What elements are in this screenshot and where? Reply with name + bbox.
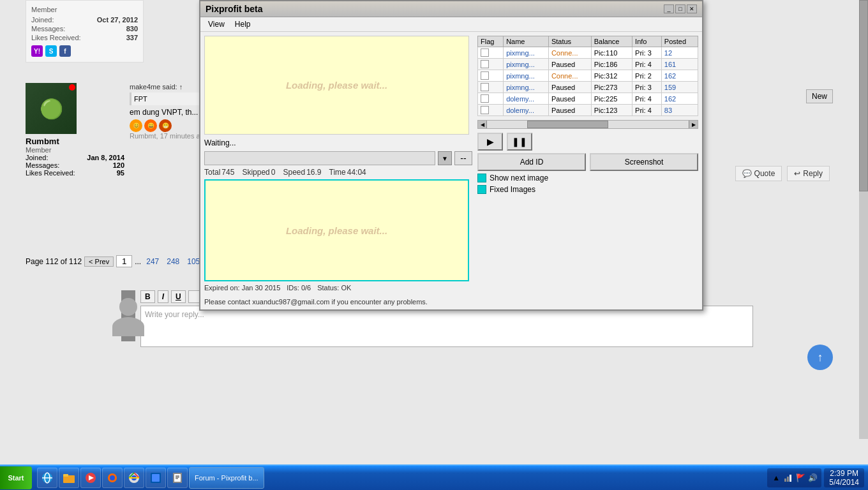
scrollbar-thumb[interactable] (859, 0, 868, 191)
post-timestamp: Rumbmt, 17 minutes a... (130, 132, 206, 140)
user1-role: Member (31, 6, 138, 13)
scrollbar-thumb[interactable] (527, 121, 608, 128)
italic-button[interactable]: I (158, 290, 168, 303)
tray-arrow[interactable]: ▲ (771, 473, 781, 483)
image-panel: Loading, please wait... Waiting... ▼ -- … (204, 36, 472, 306)
table-row: pixmng... Conne... Pic:110 Pri: 3 12 (478, 47, 698, 59)
flag-checkbox[interactable] (481, 71, 489, 80)
cell-posted: 162 (661, 70, 698, 82)
paint-icon[interactable] (146, 468, 166, 488)
progress-bar (204, 151, 435, 165)
user2-card: 🟢 Rumbmt Member Joined: Jan 8, 2014 Mess… (26, 83, 124, 177)
ie-icon[interactable] (37, 468, 57, 488)
add-id-button[interactable]: Add ID (477, 153, 586, 171)
screenshot-button[interactable]: Screenshot (590, 153, 698, 171)
system-clock[interactable]: 2:39 PM 5/4/2014 (824, 468, 864, 487)
quote-button[interactable]: 💬 Quote (735, 166, 782, 181)
table-body: pixmng... Conne... Pic:110 Pri: 3 12 pix… (478, 47, 698, 116)
folder-icon[interactable] (59, 468, 79, 488)
reaction-1[interactable]: 😊 (130, 119, 142, 132)
svg-rect-20 (789, 475, 791, 482)
cell-status: Conne... (548, 47, 591, 59)
horizontal-scrollbar[interactable]: ◀ ▶ (477, 120, 698, 129)
table-row: pixmng... Conne... Pic:312 Pri: 2 162 (478, 70, 698, 82)
flag-checkbox[interactable] (481, 83, 489, 91)
page-248-link[interactable]: 248 (164, 256, 182, 267)
cell-flag (478, 47, 504, 59)
waiting-row: Waiting... (204, 138, 472, 147)
col-posted: Posted (661, 36, 698, 47)
show-next-checkbox[interactable] (477, 174, 486, 182)
progress-dropdown[interactable]: ▼ (438, 151, 452, 165)
progress-container: ▼ -- (204, 151, 472, 165)
window-titlebar: Pixprofit beta _ □ ✕ (200, 1, 702, 17)
post-content: make4me said: ↑ FPT em dung VNPT, th... … (130, 83, 206, 177)
scroll-to-top-button[interactable]: ↑ (807, 345, 833, 370)
flag-checkbox[interactable] (481, 48, 489, 57)
table-panel: Flag Name Status Balance Info Posted pix… (477, 36, 698, 306)
page-247-link[interactable]: 247 (144, 256, 161, 267)
tray-flag[interactable]: 🚩 (795, 473, 805, 483)
chrome-icon[interactable] (124, 468, 144, 488)
quote-attribution: make4me said: ↑ (130, 83, 206, 91)
close-button[interactable]: ✕ (687, 4, 697, 13)
svg-rect-4 (63, 474, 68, 477)
table-row: pixmng... Paused Pic:273 Pri: 3 159 (478, 82, 698, 93)
cell-posted: 159 (661, 82, 698, 93)
flag-checkbox[interactable] (481, 60, 489, 68)
new-thread-button[interactable]: New (806, 89, 833, 103)
ids-text: IDs: 0/6 (287, 284, 311, 292)
cell-balance: Pic:123 (591, 105, 632, 116)
reader-icon[interactable] (167, 468, 188, 488)
cell-flag (478, 93, 504, 105)
flag-checkbox[interactable] (481, 106, 489, 114)
page-number-input[interactable] (116, 255, 132, 267)
main-image-viewer: Loading, please wait... (204, 36, 469, 135)
firefox-icon[interactable] (102, 468, 123, 488)
cell-posted: 161 (661, 59, 698, 70)
scroll-left-button[interactable]: ◀ (478, 121, 487, 128)
start-button[interactable]: Start (0, 466, 32, 489)
cell-posted: 12 (661, 47, 698, 59)
cell-info: Pri: 4 (632, 105, 662, 116)
menu-view[interactable]: View (203, 19, 230, 30)
reply-button[interactable]: ↩ Reply (787, 166, 830, 181)
tray-network[interactable] (783, 473, 793, 483)
reaction-2[interactable]: 😄 (144, 119, 157, 132)
reply-text-area[interactable]: Write your reply... (140, 306, 753, 347)
prev-page-button[interactable]: < Prev (84, 256, 114, 267)
svg-rect-12 (152, 474, 160, 482)
post-section: 🟢 Rumbmt Member Joined: Jan 8, 2014 Mess… (26, 83, 206, 177)
tray-volume[interactable]: 🔊 (807, 473, 818, 483)
cell-name: dolemy... (504, 105, 549, 116)
maximize-button[interactable]: □ (675, 4, 685, 13)
fixed-images-label: Fixed Images (490, 185, 535, 194)
menu-help[interactable]: Help (230, 19, 256, 30)
cell-flag (478, 105, 504, 116)
pixprofit-window: Pixprofit beta _ □ ✕ View Help Loading, … (199, 0, 703, 311)
user1-likes: Likes Received: 337 (31, 34, 138, 41)
flag-checkbox[interactable] (481, 94, 489, 103)
minimize-button[interactable]: _ (664, 4, 674, 13)
skype-icon[interactable]: S (45, 45, 57, 57)
cell-balance: Pic:186 (591, 59, 632, 70)
yahoo-icon[interactable]: Y! (31, 45, 43, 57)
bold-button[interactable]: B (140, 290, 155, 303)
cell-info: Pri: 2 (632, 70, 662, 82)
forum-app-button[interactable]: Forum - Pixprofit b... (189, 467, 264, 489)
user2-joined: Joined: Jan 8, 2014 (26, 154, 124, 161)
waiting-label: Waiting... (204, 138, 236, 147)
reaction-3[interactable]: 😁 (159, 119, 172, 132)
underline-button[interactable]: U (171, 290, 186, 303)
fixed-images-checkbox[interactable] (477, 185, 486, 194)
forum-app-label: Forum - Pixprofit b... (195, 474, 258, 482)
media-icon[interactable] (80, 468, 101, 488)
col-name: Name (504, 36, 549, 47)
play-button[interactable]: ▶ (477, 133, 503, 151)
cell-info: Pri: 3 (632, 82, 662, 93)
scroll-right-button[interactable]: ▶ (689, 121, 698, 128)
facebook-icon[interactable]: f (59, 45, 71, 57)
pause-button[interactable]: ❚❚ (507, 133, 532, 151)
page-scrollbar[interactable] (859, 0, 868, 439)
dash-button[interactable]: -- (454, 151, 472, 165)
